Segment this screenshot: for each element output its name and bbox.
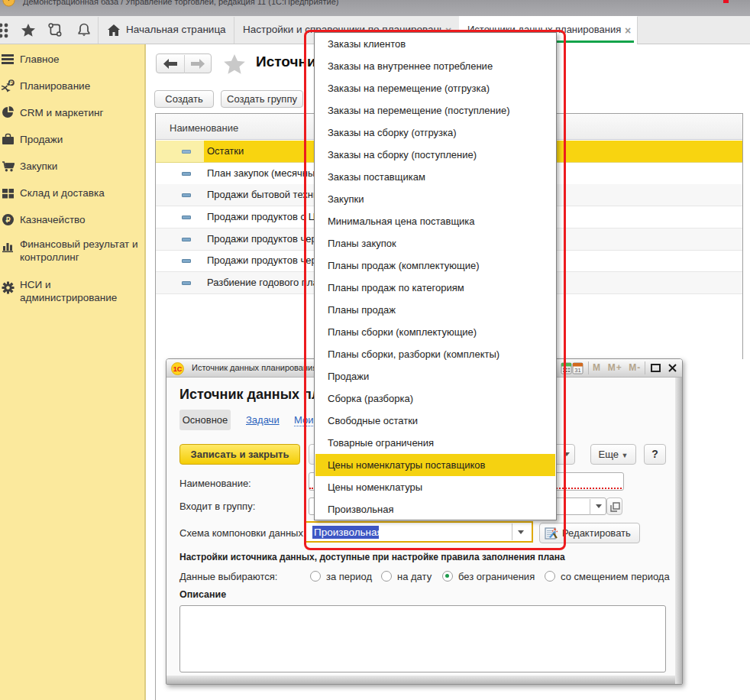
- svg-text:31: 31: [574, 367, 580, 374]
- svg-text:1С: 1С: [173, 365, 183, 373]
- svg-text:₽: ₽: [10, 80, 14, 86]
- svg-text:₽: ₽: [5, 216, 10, 224]
